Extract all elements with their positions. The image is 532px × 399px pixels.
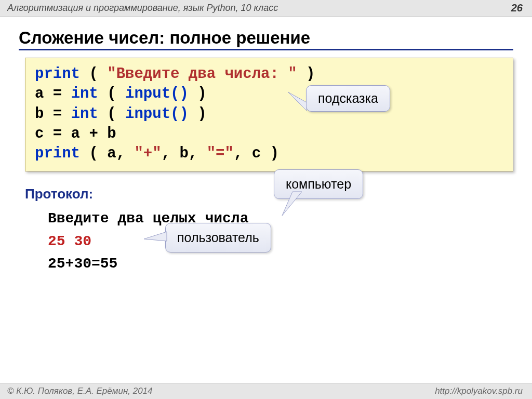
callout-computer-label: компьютер [286, 177, 351, 191]
callout-tail-icon [144, 230, 169, 244]
keyword-print: print [35, 65, 80, 83]
title-underline [19, 49, 513, 50]
callout-tail-icon [288, 101, 309, 117]
code-line-1: print ( "Введите два числа: " ) [35, 64, 504, 84]
protocol-output: 25+30=55 [48, 252, 532, 275]
authors-label: © К.Ю. Поляков, Е.А. Ерёмин, 2014 [7, 386, 153, 396]
code-line-5: print ( a, "+", b, "=", c ) [35, 144, 504, 164]
title-area: Сложение чисел: полное решение [0, 17, 532, 52]
code-line-2: a = int ( input() ) [35, 84, 504, 104]
keyword-int: int [71, 85, 98, 102]
string-literal: "=" [207, 145, 234, 162]
callout-computer: компьютер [274, 169, 363, 199]
code-line-3: b = int ( input() ) [35, 104, 504, 124]
string-literal: "Введите два числа: " [107, 65, 297, 83]
footer-bar: © К.Ю. Поляков, Е.А. Ерёмин, 2014 http:/… [0, 383, 532, 399]
header-bar: Алгоритмизация и программирование, язык … [0, 0, 532, 17]
protocol-block: Введите два целых числа 25 30 25+30=55 к… [48, 207, 532, 275]
svg-marker-2 [144, 232, 167, 241]
callout-user: пользователь [165, 223, 271, 252]
code-block: print ( "Введите два числа: " ) a = int … [25, 58, 513, 171]
string-literal: "+" [134, 145, 161, 162]
keyword-int: int [71, 105, 98, 123]
callout-hint-label: подсказка [318, 91, 378, 105]
protocol-user-input: 25 30 [48, 230, 532, 252]
page-number: 26 [511, 2, 523, 14]
course-label: Алгоритмизация и программирование, язык … [7, 3, 278, 14]
code-line-4: c = a + b [35, 124, 504, 144]
svg-marker-1 [282, 192, 302, 216]
slide-title: Сложение чисел: полное решение [19, 28, 513, 48]
callout-tail-icon [287, 191, 313, 217]
site-url: http://kpolyakov.spb.ru [435, 386, 523, 396]
callout-hint: подсказка [306, 85, 390, 112]
keyword-input: input() [125, 105, 189, 123]
keyword-print: print [35, 145, 80, 162]
callout-user-label: пользователь [177, 230, 259, 245]
keyword-input: input() [125, 85, 189, 102]
